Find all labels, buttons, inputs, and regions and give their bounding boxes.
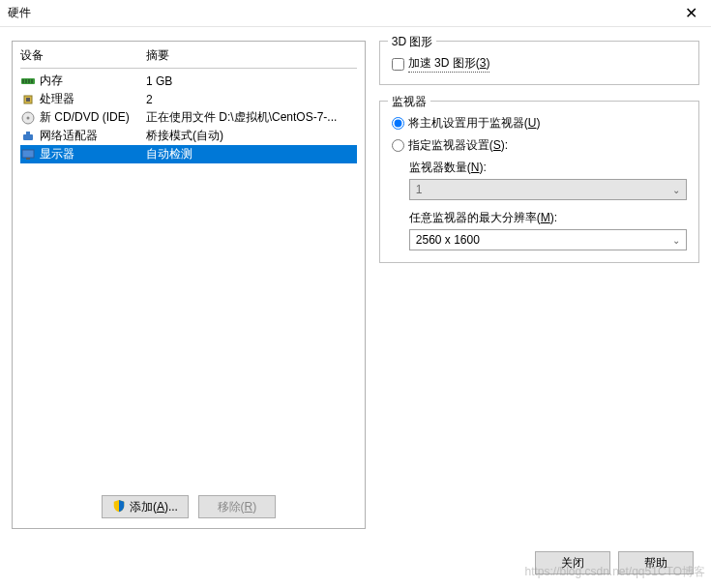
svg-rect-3 [28,79,30,83]
device-name: 网络适配器 [40,128,146,144]
device-summary: 2 [146,93,357,106]
close-button[interactable]: 关闭 [535,551,610,574]
svg-rect-10 [26,132,30,134]
device-row[interactable]: 新 CD/DVD (IDE)正在使用文件 D:\虚拟机\CentOS-7-... [20,108,357,127]
svg-rect-4 [31,79,33,83]
accelerate-3d-input[interactable] [392,58,404,71]
add-button[interactable]: 添加(A)... [102,495,189,518]
monitor-count-label: 监视器数量(N): [409,160,687,176]
accelerate-3d-label: 加速 3D 图形(3) [408,55,490,73]
svg-rect-12 [26,158,30,160]
radio-use-host-label: 将主机设置用于监视器(U) [408,115,541,132]
radio-specify-input[interactable] [392,139,404,152]
monitor-icon [20,147,36,162]
col-device: 设备 [20,47,146,64]
group-monitor-legend: 监视器 [388,94,430,110]
col-summary: 摘要 [146,47,357,64]
device-summary: 1 GB [146,74,357,88]
group-monitor: 监视器 将主机设置用于监视器(U) 指定监视器设置(S): 监视器数量(N): … [379,101,699,263]
add-label: 添加(A)... [130,499,178,515]
remove-button: 移除(R) [198,495,276,518]
disc-icon [20,110,36,126]
max-resolution-label: 任意监视器的最大分辨率(M): [409,210,687,226]
device-row[interactable]: 处理器2 [20,90,357,108]
shield-icon [112,499,126,515]
settings-panel: 3D 图形 加速 3D 图形(3) 监视器 将主机设置用于监视器(U) 指定监视… [379,41,699,529]
svg-rect-9 [23,134,33,140]
accelerate-3d-checkbox[interactable]: 加速 3D 图形(3) [392,55,687,73]
help-button[interactable]: 帮助 [618,551,694,574]
monitor-count-combo: 1 ⌄ [409,179,687,200]
device-name: 处理器 [40,91,146,107]
device-summary: 正在使用文件 D:\虚拟机\CentOS-7-... [146,109,357,126]
group-3d-legend: 3D 图形 [388,34,437,50]
group-3d-graphics: 3D 图形 加速 3D 图形(3) [379,41,699,85]
close-icon[interactable]: ✕ [681,6,701,21]
chevron-down-icon: ⌄ [672,235,680,246]
svg-point-8 [27,116,30,119]
remove-label: 移除(R) [218,499,257,515]
device-name: 显示器 [40,146,146,162]
svg-rect-2 [25,79,27,83]
device-list-header: 设备 摘要 [20,47,357,69]
max-resolution-combo[interactable]: 2560 x 1600 ⌄ [409,229,687,250]
device-row[interactable]: 显示器自动检测 [20,145,357,163]
device-panel: 设备 摘要 内存1 GB处理器2新 CD/DVD (IDE)正在使用文件 D:\… [12,41,366,529]
radio-use-host[interactable]: 将主机设置用于监视器(U) [392,115,687,132]
device-summary: 桥接模式(自动) [146,128,357,144]
radio-use-host-input[interactable] [392,117,404,130]
device-name: 内存 [40,73,146,89]
device-list[interactable]: 内存1 GB处理器2新 CD/DVD (IDE)正在使用文件 D:\虚拟机\Ce… [20,72,357,485]
radio-specify-label: 指定监视器设置(S): [408,137,508,154]
cpu-icon [20,92,36,107]
svg-rect-6 [26,98,30,102]
device-summary: 自动检测 [146,146,357,162]
monitor-count-value: 1 [416,183,423,196]
radio-specify[interactable]: 指定监视器设置(S): [392,137,687,154]
memory-icon [20,74,36,89]
device-row[interactable]: 内存1 GB [20,72,357,90]
max-resolution-value: 2560 x 1600 [416,233,480,247]
device-row[interactable]: 网络适配器桥接模式(自动) [20,127,357,145]
title-bar: 硬件 ✕ [0,0,711,27]
svg-rect-11 [22,150,34,158]
content-area: 设备 摘要 内存1 GB处理器2新 CD/DVD (IDE)正在使用文件 D:\… [0,27,711,588]
window-title: 硬件 [8,5,31,21]
chevron-down-icon: ⌄ [672,185,680,195]
network-icon [20,129,36,144]
svg-rect-1 [22,79,24,83]
device-name: 新 CD/DVD (IDE) [40,109,146,126]
